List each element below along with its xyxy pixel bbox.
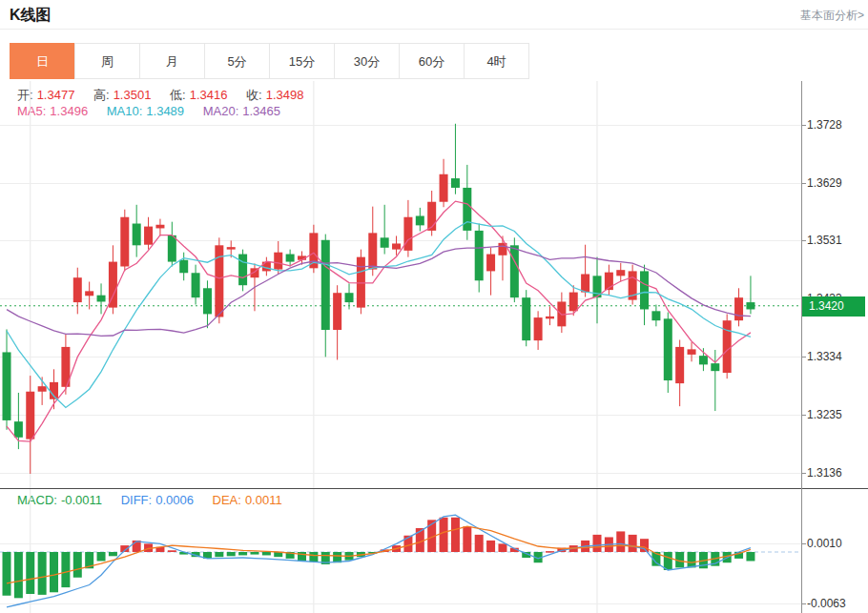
price-axis-label: 1.3136 bbox=[807, 466, 842, 480]
period-tab-1[interactable]: 周 bbox=[74, 43, 140, 79]
period-tab-7[interactable]: 4时 bbox=[464, 43, 529, 79]
macd-axis-label-tick bbox=[801, 603, 806, 604]
macd-axis-label-tick bbox=[801, 543, 806, 544]
period-tab-3[interactable]: 5分 bbox=[204, 43, 270, 79]
candlestick-chart bbox=[0, 81, 801, 489]
fundamental-analysis-link[interactable]: 基本面分析> bbox=[800, 8, 864, 24]
price-axis-label: 1.3629 bbox=[807, 176, 842, 190]
price-axis-label-tick bbox=[801, 415, 806, 416]
period-tab-2[interactable]: 月 bbox=[139, 43, 205, 79]
macd-chart bbox=[0, 489, 801, 613]
price-axis-label-tick bbox=[801, 240, 806, 241]
period-tab-5[interactable]: 30分 bbox=[334, 43, 400, 79]
period-tab-6[interactable]: 60分 bbox=[399, 43, 465, 79]
kline-page: K线图 基本面分析> 日周月5分15分30分60分4时 开:1.3477 高:1… bbox=[0, 0, 868, 613]
price-axis-label: 1.3334 bbox=[807, 350, 842, 363]
price-axis-label: 1.3235 bbox=[807, 408, 842, 421]
period-tabs: 日周月5分15分30分60分4时 bbox=[10, 43, 529, 79]
current-price-value: 1.3420 bbox=[809, 299, 844, 313]
price-axis-label: 1.3728 bbox=[807, 118, 842, 132]
header-divider bbox=[0, 29, 868, 30]
period-tab-0[interactable]: 日 bbox=[10, 43, 75, 79]
period-tab-4[interactable]: 15分 bbox=[269, 43, 335, 79]
panel-separator bbox=[0, 488, 868, 489]
current-price-badge: 1.3420 bbox=[802, 296, 865, 317]
page-title: K线图 bbox=[10, 6, 52, 26]
price-axis-label-tick bbox=[801, 357, 806, 358]
price-axis-label: 1.3531 bbox=[807, 234, 842, 247]
price-axis-label-tick bbox=[801, 473, 806, 474]
y-axis-line bbox=[801, 81, 802, 613]
macd-axis-label: -0.0063 bbox=[807, 597, 846, 610]
price-axis-label-tick bbox=[801, 125, 806, 126]
macd-axis-label: 0.0010 bbox=[807, 537, 842, 550]
price-axis-label-tick bbox=[801, 183, 806, 184]
